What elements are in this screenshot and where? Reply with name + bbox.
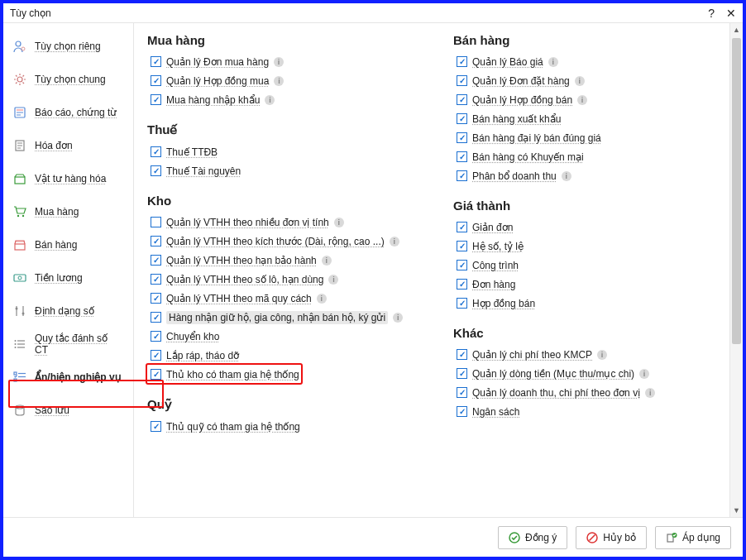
option-label[interactable]: Bán hàng có Khuyến mại bbox=[472, 151, 584, 163]
sidebar-item-tien-luong[interactable]: Tiền lương bbox=[3, 261, 133, 294]
checkbox[interactable] bbox=[151, 94, 161, 105]
option-label[interactable]: Quản lý VTHH theo hạn bảo hành bbox=[166, 255, 317, 266]
scroll-down-icon[interactable]: ▼ bbox=[730, 504, 743, 517]
option-label[interactable]: Quản lý Hợp đồng mua bbox=[166, 75, 269, 87]
checkbox[interactable] bbox=[457, 387, 467, 398]
option-label[interactable]: Quản lý doanh thu, chi phí theo đơn vị bbox=[472, 387, 640, 399]
option-label[interactable]: Công trình bbox=[472, 260, 519, 271]
sidebar-item-mua-hang[interactable]: Mua hàng bbox=[3, 195, 133, 228]
info-icon[interactable]: i bbox=[317, 294, 327, 304]
checkbox[interactable] bbox=[151, 146, 161, 157]
checkbox[interactable] bbox=[457, 222, 467, 232]
sidebar-item-tuy-chon-rieng[interactable]: Tùy chọn riêng bbox=[3, 30, 133, 63]
close-icon[interactable]: ✕ bbox=[726, 7, 736, 20]
checkbox[interactable] bbox=[457, 279, 467, 290]
checkbox[interactable] bbox=[457, 260, 467, 270]
checkbox[interactable] bbox=[457, 94, 467, 105]
option-label[interactable]: Quản lý Đơn đặt hàng bbox=[472, 75, 570, 87]
checkbox[interactable] bbox=[151, 165, 161, 176]
checkbox[interactable] bbox=[151, 255, 161, 266]
sidebar-item-an-hien-nghiep-vu[interactable]: Ẩn/hiện nghiệp vụ bbox=[3, 361, 133, 394]
option-label[interactable]: Thuế TTĐB bbox=[166, 146, 218, 158]
info-icon[interactable]: i bbox=[639, 369, 649, 379]
info-icon[interactable]: i bbox=[577, 95, 587, 105]
scrollbar[interactable]: ▲ ▼ bbox=[729, 23, 743, 517]
sidebar-item-tuy-chon-chung[interactable]: Tùy chọn chung bbox=[3, 63, 133, 96]
info-icon[interactable]: i bbox=[328, 275, 338, 285]
checkbox[interactable] bbox=[151, 274, 161, 285]
option-label[interactable]: Thủ quỹ có tham gia hệ thống bbox=[166, 421, 300, 433]
checkbox[interactable] bbox=[151, 56, 161, 67]
scroll-thumb[interactable] bbox=[732, 38, 741, 344]
checkbox[interactable] bbox=[151, 217, 161, 227]
option-label[interactable]: Quản lý VTHH theo mã quy cách bbox=[166, 293, 312, 304]
option-label[interactable]: Phân bổ doanh thu bbox=[472, 170, 557, 182]
sidebar-item-quy-tac-danh-so-ct[interactable]: Quy tắc đánh số CT bbox=[3, 328, 133, 361]
info-icon[interactable]: i bbox=[322, 256, 332, 266]
option-label[interactable]: Bán hàng đại lý bán đúng giá bbox=[472, 132, 601, 144]
checkbox[interactable] bbox=[457, 75, 467, 86]
option-label[interactable]: Hàng nhận giữ hộ, gia công, nhận bán hộ,… bbox=[166, 311, 388, 324]
sidebar-item-dinh-dang-so[interactable]: Định dạng số bbox=[3, 294, 133, 328]
option-label[interactable]: Mua hàng nhập khẩu bbox=[166, 94, 260, 106]
option-label[interactable]: Hệ số, tỷ lệ bbox=[472, 241, 524, 252]
checkbox[interactable] bbox=[457, 298, 467, 309]
option-label[interactable]: Giản đơn bbox=[472, 222, 513, 233]
checkbox[interactable] bbox=[151, 421, 161, 432]
checkbox[interactable] bbox=[457, 56, 467, 67]
option-label[interactable]: Lắp ráp, tháo dỡ bbox=[166, 350, 239, 361]
checkbox[interactable] bbox=[457, 151, 467, 162]
info-icon[interactable]: i bbox=[562, 171, 571, 181]
checkbox[interactable] bbox=[151, 369, 161, 380]
info-icon[interactable]: i bbox=[597, 350, 607, 360]
checkbox[interactable] bbox=[151, 331, 161, 342]
info-icon[interactable]: i bbox=[274, 76, 284, 86]
checkbox[interactable] bbox=[457, 170, 467, 181]
info-icon[interactable]: i bbox=[390, 237, 399, 246]
ok-button[interactable]: Đồng ý bbox=[498, 526, 567, 549]
option-label[interactable]: Quản lý dòng tiền (Mục thu/mục chi) bbox=[472, 368, 634, 380]
option-label[interactable]: Chuyển kho bbox=[166, 331, 219, 342]
option-label[interactable]: Quản lý VTHH theo số lô, hạn dùng bbox=[166, 274, 323, 285]
checkbox[interactable] bbox=[151, 75, 161, 86]
option-label[interactable]: Quản lý chi phí theo KMCP bbox=[472, 349, 592, 361]
sidebar-item-sao-luu[interactable]: Sao lưu bbox=[3, 394, 133, 427]
checkbox[interactable] bbox=[151, 293, 161, 304]
checkbox[interactable] bbox=[457, 349, 467, 360]
checkbox[interactable] bbox=[151, 312, 161, 323]
checkbox[interactable] bbox=[457, 406, 467, 417]
info-icon[interactable]: i bbox=[265, 95, 275, 105]
checkbox[interactable] bbox=[151, 350, 161, 361]
apply-button[interactable]: Áp dụng bbox=[655, 526, 731, 549]
option-label[interactable]: Quản lý Đơn mua hàng bbox=[166, 56, 269, 68]
scroll-up-icon[interactable]: ▲ bbox=[730, 23, 743, 36]
sidebar-item-ban-hang[interactable]: Bán hàng bbox=[3, 228, 133, 261]
checkbox[interactable] bbox=[457, 368, 467, 379]
checkbox[interactable] bbox=[457, 113, 467, 124]
info-icon[interactable]: i bbox=[548, 57, 558, 67]
option-label[interactable]: Đơn hàng bbox=[472, 279, 515, 290]
option-label[interactable]: Hợp đồng bán bbox=[472, 298, 535, 309]
option-label[interactable]: Ngân sách bbox=[472, 406, 519, 418]
sidebar-item-hoa-don[interactable]: Hóa đơn bbox=[3, 129, 133, 162]
sidebar-item-vat-tu-hang-hoa[interactable]: Vật tư hàng hóa bbox=[3, 162, 133, 195]
sidebar-item-bao-cao-chung-tu[interactable]: Báo cáo, chứng từ bbox=[3, 96, 133, 129]
option-label[interactable]: Quản lý Báo giá bbox=[472, 56, 543, 68]
checkbox[interactable] bbox=[151, 236, 161, 246]
info-icon[interactable]: i bbox=[393, 313, 403, 323]
option-label[interactable]: Thủ kho có tham gia hệ thống bbox=[166, 369, 299, 381]
info-icon[interactable]: i bbox=[274, 57, 284, 67]
info-icon[interactable]: i bbox=[334, 218, 344, 227]
checkbox[interactable] bbox=[457, 241, 467, 251]
help-icon[interactable]: ? bbox=[708, 7, 715, 20]
option-label[interactable]: Quản lý Hợp đồng bán bbox=[472, 94, 572, 106]
checkbox[interactable] bbox=[457, 132, 467, 143]
option-label[interactable]: Bán hàng xuất khẩu bbox=[472, 113, 561, 125]
option-label[interactable]: Thuế Tài nguyên bbox=[166, 165, 241, 177]
info-icon[interactable]: i bbox=[645, 388, 655, 398]
info-icon[interactable]: i bbox=[575, 76, 585, 86]
option-label[interactable]: Quản lý VTHH theo nhiều đơn vị tính bbox=[166, 217, 329, 228]
cancel-button[interactable]: Hủy bỏ bbox=[576, 526, 647, 549]
option-label[interactable]: Quản lý VTHH theo kích thước (Dài, rộng,… bbox=[166, 236, 385, 247]
ok-label: Đồng ý bbox=[525, 532, 557, 543]
